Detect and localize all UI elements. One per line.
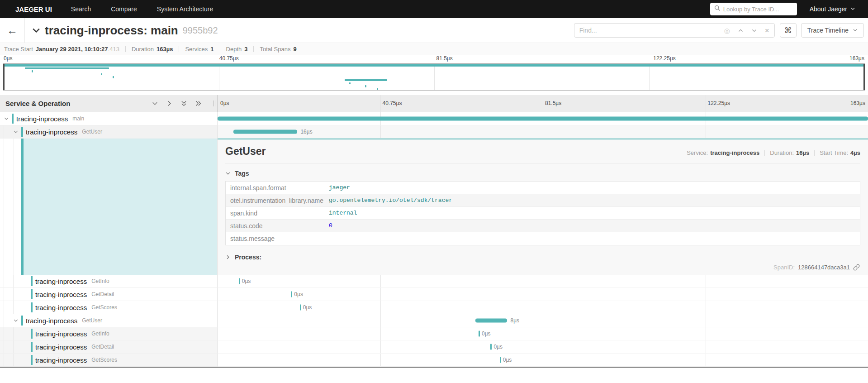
minimap-row	[4, 79, 864, 82]
time-tick-label: 81.5µs	[436, 55, 453, 62]
span-name-cell[interactable]: tracing-inprocessGetDetail	[0, 340, 218, 354]
span-operation-name: GetUser	[82, 317, 102, 324]
span-operation-title: GetUser	[225, 145, 266, 158]
focus-target-icon[interactable]: ◎	[724, 27, 730, 34]
span-name-cell[interactable]: tracing-inprocessGetDetail	[0, 288, 218, 301]
timeline-gridline	[543, 95, 543, 112]
span-duration-bar[interactable]	[218, 117, 868, 121]
collapse-one-icon[interactable]	[152, 100, 158, 107]
find-prev-icon[interactable]	[738, 28, 744, 34]
clear-find-icon[interactable]: ×	[765, 27, 769, 34]
indent-guide	[4, 288, 4, 301]
span-row: tracing-inprocessGetInfo0µs	[0, 275, 868, 288]
span-timeline-cell[interactable]: 0µs	[218, 288, 868, 301]
span-duration-bar[interactable]	[490, 344, 492, 350]
span-timeline-cell[interactable]: 0µs	[218, 354, 868, 367]
span-name-cell[interactable]: tracing-inprocessGetUser	[0, 314, 218, 327]
span-expand-chevron-icon[interactable]	[13, 318, 19, 323]
trace-view-selector[interactable]: Trace Timeline	[801, 23, 864, 38]
span-detail-panel: GetUser Service:tracing-inprocessDuratio…	[0, 139, 868, 275]
span-row: tracing-inprocessGetDetail0µs	[0, 288, 868, 301]
lookup-trace-id-input[interactable]	[723, 6, 803, 13]
span-duration-label: 0µs	[242, 278, 251, 284]
back-button[interactable]: ←	[0, 18, 25, 43]
timeline-gridline	[706, 301, 706, 314]
span-name-cell[interactable]: tracing-inprocessmain	[0, 112, 218, 125]
span-duration-bar[interactable]	[239, 278, 240, 284]
time-tick-label: 40.75µs	[219, 55, 239, 62]
summary-separator	[253, 46, 254, 52]
tag-key: span.kind	[226, 210, 329, 217]
span-timeline-cell[interactable]: 0µs	[218, 275, 868, 288]
span-timeline-cell[interactable]: 0µs	[218, 340, 868, 354]
span-duration-bar[interactable]	[300, 305, 301, 311]
trace-header-controls: ◎ × ⌘ Trace Timeline	[574, 23, 868, 38]
summary-value: 163µs	[157, 46, 173, 53]
span-name-cell[interactable]: tracing-inprocessGetScores	[0, 301, 218, 314]
navbar-item-1[interactable]: Compare	[101, 5, 147, 13]
span-name-cell[interactable]: tracing-inprocessGetInfo	[0, 275, 218, 288]
span-service-name: tracing-inprocess	[26, 317, 77, 325]
span-timeline-cell[interactable]: 0µs	[218, 301, 868, 314]
span-timeline-cell[interactable]: 16µs	[218, 125, 868, 139]
span-timeline-cell[interactable]: 0µs	[218, 327, 868, 340]
minimap-span-bar	[113, 76, 114, 78]
timeline-gridline	[380, 354, 381, 366]
jaeger-logo[interactable]: JAEGER UI	[6, 5, 61, 13]
expand-one-icon[interactable]	[166, 100, 173, 107]
minimap-axis: 0µs40.75µs81.5µs122.25µs163µs	[0, 55, 868, 63]
span-table-header: Service & Operation	[0, 95, 868, 112]
span-color-stripe	[31, 342, 33, 352]
selected-span-indent-column[interactable]	[0, 139, 218, 275]
keyboard-shortcuts-button[interactable]: ⌘	[780, 23, 797, 38]
span-name-cell[interactable]: tracing-inprocessGetUser	[0, 125, 218, 139]
navbar-right: About Jaeger	[710, 3, 862, 15]
span-color-stripe	[12, 114, 14, 124]
about-jaeger-menu[interactable]: About Jaeger	[810, 5, 855, 13]
span-expand-chevron-icon[interactable]	[4, 116, 9, 121]
collapse-all-icon[interactable]	[180, 100, 187, 107]
expand-all-icon[interactable]	[195, 100, 202, 107]
spacer	[0, 91, 868, 95]
span-row: tracing-inprocessGetInfo0µs	[0, 327, 868, 340]
column-resizer-handle[interactable]	[213, 101, 215, 106]
minimap-span-bar	[349, 82, 351, 85]
process-section-toggle[interactable]: Process:	[225, 254, 860, 261]
span-duration-bar[interactable]	[233, 130, 297, 134]
time-tick-label: 122.25µs	[708, 100, 730, 106]
time-tick-label: 0µs	[220, 100, 229, 106]
span-service-name: tracing-inprocess	[35, 356, 87, 364]
chevron-down-icon	[853, 27, 858, 34]
viewport-drag-handle-left[interactable]	[3, 64, 5, 90]
timeline-ticks-header: 0µs40.75µs81.5µs122.25µs163µs	[218, 95, 868, 112]
timeline-gridline	[706, 314, 706, 327]
timeline-gridline	[380, 301, 381, 314]
span-duration-bar[interactable]	[291, 292, 292, 297]
span-timeline-cell[interactable]	[218, 112, 868, 125]
span-duration-label: 8µs	[510, 317, 519, 324]
span-timeline-cell[interactable]: 8µs	[218, 314, 868, 327]
minimap-canvas[interactable]	[3, 63, 865, 91]
navbar-item-2[interactable]: System Architecture	[147, 5, 223, 13]
span-duration-bar[interactable]	[500, 357, 501, 363]
span-expand-chevron-icon[interactable]	[13, 129, 19, 134]
span-operation-name: GetDetail	[91, 344, 114, 350]
span-row: tracing-inprocessGetDetail0µs	[0, 340, 868, 354]
summary-value: January 29 2021, 10:10:27	[36, 46, 108, 53]
tags-section-toggle[interactable]: Tags	[225, 170, 860, 177]
find-input[interactable]	[579, 27, 724, 34]
find-next-icon[interactable]	[751, 28, 757, 34]
copy-link-icon[interactable]	[853, 264, 860, 271]
span-name-cell[interactable]: tracing-inprocessGetScores	[0, 354, 218, 367]
tag-key: status.code	[226, 222, 329, 230]
span-operation-name: GetInfo	[91, 330, 109, 337]
collapse-trace-chevron-icon[interactable]	[31, 25, 41, 35]
navbar-item-0[interactable]: Search	[61, 5, 101, 13]
minimap-span-rows	[4, 64, 864, 90]
viewport-drag-handle-right[interactable]	[863, 64, 865, 90]
meta-separator	[764, 150, 765, 156]
summary-label: Duration	[132, 46, 154, 53]
span-name-cell[interactable]: tracing-inprocessGetInfo	[0, 327, 218, 340]
span-duration-bar[interactable]	[479, 331, 480, 337]
span-duration-bar[interactable]	[475, 319, 508, 323]
